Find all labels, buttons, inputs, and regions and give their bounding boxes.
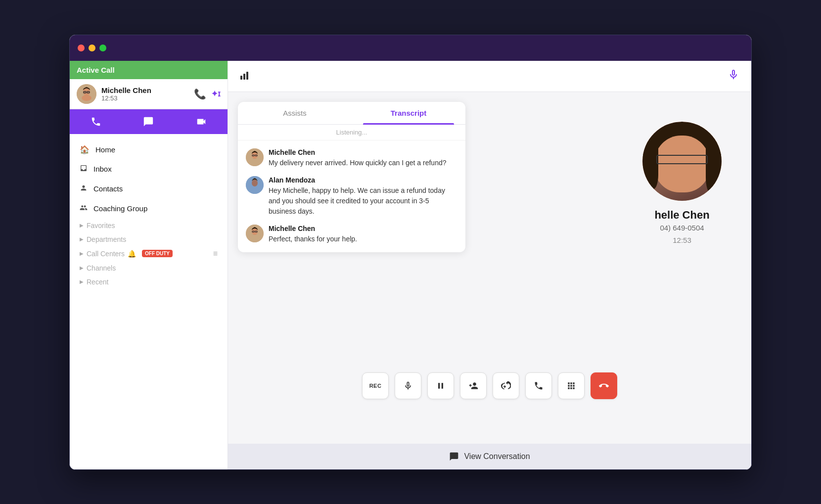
- msg-name-3: Michelle Chen: [269, 225, 457, 232]
- svg-point-2: [82, 95, 91, 101]
- hair-side-right: [706, 141, 722, 193]
- grid-button[interactable]: [558, 372, 585, 399]
- caller-photo-inner: [642, 122, 722, 201]
- nav-label-inbox: Inbox: [93, 165, 112, 173]
- svg-point-13: [252, 180, 258, 186]
- msg-name-1: Michelle Chen: [269, 148, 457, 156]
- tab-assists[interactable]: Assists: [238, 102, 352, 124]
- section-label-channels: Channels: [87, 264, 116, 272]
- off-duty-badge: OFF DUTY: [142, 250, 173, 257]
- caller-photo: [642, 122, 722, 201]
- nav-items: 🏠 Home Inbox Contacts: [70, 134, 228, 295]
- msg-avatar-1: [246, 148, 264, 166]
- contacts-icon: [80, 184, 88, 194]
- caller-name-display: helle Chen: [642, 209, 722, 222]
- nav-section-departments[interactable]: ▶ Departments: [70, 232, 228, 246]
- hamburger-icon[interactable]: ≡: [213, 249, 218, 258]
- nav-item-inbox[interactable]: Inbox: [70, 159, 228, 179]
- listening-text: Listening...: [336, 129, 367, 136]
- svg-rect-5: [240, 76, 242, 80]
- nav-item-contacts[interactable]: Contacts: [70, 179, 228, 199]
- msg-content-2: Alan Mendoza Hey Michelle, happy to help…: [269, 176, 457, 217]
- transfer-button[interactable]: [493, 372, 519, 399]
- active-call-label: Active Call: [77, 66, 115, 74]
- call-info: Michelle Chen 12:53 📞 ✦ɪ: [70, 79, 228, 109]
- phone-action-button[interactable]: [70, 109, 122, 134]
- close-button[interactable]: [78, 45, 85, 51]
- msg-text-1: My delivery never arrived. How quickly c…: [269, 158, 457, 168]
- pause-button[interactable]: [427, 372, 454, 399]
- msg-content-1: Michelle Chen My delivery never arrived.…: [269, 148, 457, 168]
- chevron-recent: ▶: [80, 279, 84, 284]
- app-window: Active Call Michelle Chen 12:53: [69, 35, 752, 470]
- maximize-button[interactable]: [99, 45, 106, 51]
- section-label-recent: Recent: [87, 278, 108, 286]
- nav-section-call-centers[interactable]: ▶ Call Centers 🔔 OFF DUTY ≡: [70, 246, 228, 261]
- chat-action-button[interactable]: [122, 109, 175, 134]
- nav-label-contacts: Contacts: [93, 184, 123, 193]
- coaching-icon: [80, 204, 88, 214]
- mute-button[interactable]: [395, 372, 421, 399]
- hangup-mini-icon[interactable]: 📞: [194, 88, 206, 100]
- caller-profile: helle Chen 04) 649-0504 12:53: [642, 122, 722, 244]
- svg-rect-6: [243, 74, 245, 80]
- inbox-icon: [80, 164, 88, 174]
- video-action-button[interactable]: [175, 109, 228, 134]
- minimize-button[interactable]: [89, 45, 95, 51]
- chevron-favorites: ▶: [80, 223, 84, 228]
- nav-section-channels[interactable]: ▶ Channels: [70, 261, 228, 275]
- tab-transcript[interactable]: Transcript: [352, 102, 465, 124]
- caller-name-partial: helle Chen: [654, 209, 709, 221]
- msg-avatar-3: [246, 225, 264, 242]
- chevron-channels: ▶: [80, 265, 84, 271]
- message-2: Alan Mendoza Hey Michelle, happy to help…: [246, 176, 457, 217]
- call-duration: 12:53: [101, 94, 151, 102]
- record-button[interactable]: REC: [362, 372, 389, 399]
- message-1: Michelle Chen My delivery never arrived.…: [246, 148, 457, 168]
- home-icon: 🏠: [80, 145, 90, 154]
- title-bar: [70, 35, 751, 61]
- nav-section-favorites[interactable]: ▶ Favorites: [70, 219, 228, 232]
- transcript-tabs: Assists Transcript: [238, 102, 465, 125]
- call-actions: [70, 109, 228, 134]
- caller-avatar: [77, 84, 96, 104]
- conversation-icon: [449, 452, 459, 461]
- keypad-button[interactable]: [525, 372, 552, 399]
- transcript-panel: Assists Transcript Listening...: [238, 102, 465, 252]
- chevron-call-centers: ▶: [80, 251, 84, 256]
- nav-item-home[interactable]: 🏠 Home: [70, 140, 228, 159]
- view-conversation-label: View Conversation: [464, 452, 530, 461]
- glasses: [656, 155, 708, 164]
- ai-icon[interactable]: ✦ɪ: [211, 89, 221, 98]
- hangup-button[interactable]: [591, 372, 617, 399]
- hair-side-left: [642, 141, 658, 189]
- caller-phone: 04) 649-0504: [642, 224, 722, 232]
- messages-list: Michelle Chen My delivery never arrived.…: [238, 140, 465, 252]
- section-label-favorites: Favorites: [87, 222, 115, 229]
- section-label-call-centers: Call Centers: [87, 250, 125, 258]
- nav-item-coaching[interactable]: Coaching Group: [70, 199, 228, 219]
- microphone-header-icon[interactable]: [728, 69, 739, 84]
- nav-section-recent[interactable]: ▶ Recent: [70, 275, 228, 289]
- signal-icon: [240, 69, 252, 83]
- caller-avatar-image: [77, 84, 96, 104]
- msg-text-2: Hey Michelle, happy to help. We can issu…: [269, 185, 457, 217]
- call-display-area: Assists Transcript Listening...: [228, 92, 751, 444]
- chevron-departments: ▶: [80, 236, 84, 242]
- add-participant-button[interactable]: [460, 372, 487, 399]
- call-controls: REC: [352, 363, 627, 409]
- nav-label-coaching: Coaching Group: [93, 204, 147, 213]
- caller-name: Michelle Chen: [101, 86, 151, 94]
- listening-bar: Listening...: [238, 125, 465, 140]
- sidebar: Active Call Michelle Chen 12:53: [70, 61, 228, 469]
- caller-phone-partial: 04) 649-0504: [660, 224, 704, 232]
- call-icons: 📞 ✦ɪ: [194, 88, 221, 100]
- msg-name-2: Alan Mendoza: [269, 176, 457, 184]
- view-conversation-bar[interactable]: View Conversation: [228, 444, 751, 469]
- traffic-lights: [78, 45, 106, 51]
- main-header: [228, 61, 751, 92]
- caller-call-time: 12:53: [642, 236, 722, 244]
- msg-content-3: Michelle Chen Perfect, thanks for your h…: [269, 225, 457, 244]
- msg-avatar-2: [246, 176, 264, 194]
- msg-text-3: Perfect, thanks for your help.: [269, 234, 457, 244]
